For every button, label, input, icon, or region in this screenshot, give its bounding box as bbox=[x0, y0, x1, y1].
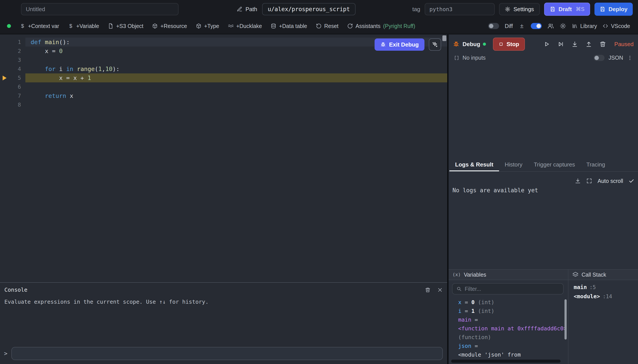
variable-entry[interactable]: <function main at 0xffffadadd6c0> bbox=[458, 324, 564, 333]
variables-horizontal-scrollbar[interactable] bbox=[451, 360, 561, 363]
code-editor[interactable]: 1def main():2 x = 034 for i in range(1,1… bbox=[0, 34, 447, 364]
reset-icon bbox=[316, 23, 322, 29]
vscode-button[interactable]: VScode bbox=[602, 23, 630, 29]
code-line[interactable]: 6 bbox=[0, 82, 447, 91]
toolbar-item-data-table[interactable]: +Data table bbox=[266, 23, 312, 29]
line-number[interactable]: 7 bbox=[0, 93, 21, 99]
line-number[interactable]: 1 bbox=[0, 39, 21, 45]
toolbar-item-assistants[interactable]: Assistants (Pyright Ruff) bbox=[343, 23, 420, 29]
gear-icon[interactable] bbox=[560, 23, 566, 29]
line-number[interactable]: 5 bbox=[0, 75, 21, 81]
file-icon bbox=[108, 23, 114, 29]
toolbar-item-label: +Ducklake bbox=[236, 23, 262, 29]
diff-toggle[interactable] bbox=[488, 23, 499, 29]
variable-entry[interactable]: main = bbox=[458, 316, 564, 324]
tag-input[interactable] bbox=[425, 3, 495, 15]
no-inputs-label: No inputs bbox=[463, 54, 486, 61]
step-into-icon[interactable] bbox=[571, 41, 578, 48]
toolbar-items: $+Context var$+Variable+S3 Object+Resour… bbox=[15, 23, 420, 29]
code-line[interactable]: 3 bbox=[0, 56, 447, 64]
trash-icon[interactable] bbox=[425, 287, 431, 293]
deploy-button[interactable]: Deploy bbox=[594, 2, 633, 16]
secondary-toggle[interactable] bbox=[531, 23, 542, 29]
line-number[interactable]: 2 bbox=[0, 48, 21, 54]
debug-toolbar: Debug Stop Paused bbox=[449, 37, 638, 51]
tab-trigger-captures[interactable]: Trigger captures bbox=[528, 158, 581, 171]
variable-entry[interactable]: x = 0 (int) bbox=[458, 298, 564, 307]
continue-play-icon[interactable] bbox=[543, 41, 550, 48]
line-number[interactable]: 4 bbox=[0, 66, 21, 72]
variable-entry[interactable]: <module 'json' from bbox=[458, 350, 564, 359]
no-inputs-icon bbox=[454, 55, 460, 61]
variable-entry[interactable]: (function) bbox=[458, 333, 564, 342]
toolbar-item-ducklake[interactable]: +Ducklake bbox=[224, 23, 266, 29]
variable-entry[interactable]: json = bbox=[458, 342, 564, 350]
tab-tracing[interactable]: Tracing bbox=[581, 158, 611, 171]
tab-history[interactable]: History bbox=[499, 158, 528, 171]
script-title-input[interactable] bbox=[21, 3, 178, 15]
toolbar-item-label: +Context var bbox=[28, 23, 59, 29]
variable-entry[interactable]: i = 1 (int) bbox=[458, 307, 564, 316]
debug-active-dot-icon bbox=[483, 42, 486, 46]
toolbar-item-label: Reset bbox=[324, 23, 338, 29]
dollar-icon: $ bbox=[68, 23, 74, 29]
edit-path-button[interactable]: Path bbox=[232, 3, 262, 15]
code-line[interactable]: 8 bbox=[0, 100, 447, 109]
diff-plusminus-icon[interactable]: ± bbox=[519, 23, 525, 29]
variables-list: x = 0 (int)i = 1 (int)main =<function ma… bbox=[449, 298, 564, 359]
line-highlight-band bbox=[25, 56, 447, 64]
settings-button[interactable]: Settings bbox=[499, 3, 540, 15]
console-hint: Evaluate expressions in the current scop… bbox=[0, 299, 447, 305]
exit-debug-button[interactable]: Exit Debug bbox=[375, 38, 424, 51]
download-logs-icon[interactable] bbox=[575, 178, 581, 184]
package-icon bbox=[196, 23, 201, 29]
vscode-label: VScode bbox=[611, 23, 630, 29]
code-line[interactable]: 4 for i in range(1,10): bbox=[0, 64, 447, 74]
console-input-row: > bbox=[0, 347, 443, 360]
step-out-icon[interactable] bbox=[585, 41, 592, 48]
tab-logs-result[interactable]: Logs & Result bbox=[449, 158, 499, 171]
callstack-frame[interactable]: <module>:14 bbox=[574, 292, 638, 301]
draft-button-label: Draft bbox=[559, 6, 572, 13]
kebab-menu-icon[interactable] bbox=[627, 55, 633, 61]
toolbar-item-s3-object[interactable]: +S3 Object bbox=[103, 23, 148, 29]
search-icon bbox=[456, 286, 462, 292]
code-line-content: x = 0 bbox=[21, 48, 63, 54]
draft-button[interactable]: Draft ⌘S bbox=[544, 2, 590, 16]
variables-filter-input[interactable] bbox=[465, 286, 559, 292]
library-button[interactable]: Library bbox=[572, 23, 597, 29]
json-toggle[interactable] bbox=[594, 55, 604, 61]
debug-bottom-panels: (x) Variables Call Stack x = 0 (int)i = … bbox=[449, 269, 638, 364]
line-number[interactable]: 8 bbox=[0, 102, 21, 108]
assistants-icon bbox=[347, 23, 353, 29]
close-icon[interactable] bbox=[437, 287, 443, 293]
code-line[interactable]: 5 x = x + 1 bbox=[0, 74, 447, 82]
settings-gear-icon bbox=[505, 6, 510, 12]
users-icon[interactable] bbox=[547, 23, 554, 29]
expand-icon[interactable] bbox=[586, 178, 592, 184]
toolbar-item-reset[interactable]: Reset bbox=[312, 23, 343, 29]
draft-save-icon bbox=[550, 6, 555, 12]
status-dot-icon bbox=[7, 24, 11, 28]
callstack-frame[interactable]: main:5 bbox=[574, 283, 638, 292]
toolbar-item-context-var[interactable]: $+Context var bbox=[15, 23, 64, 29]
logs-toolbar: Auto scroll bbox=[575, 176, 634, 186]
ai-wand-button[interactable] bbox=[429, 38, 441, 51]
toolbar-item-variable[interactable]: $+Variable bbox=[64, 23, 103, 29]
editor-scrollbar[interactable] bbox=[443, 36, 446, 41]
autoscroll-label: Auto scroll bbox=[597, 178, 623, 184]
line-number[interactable]: 6 bbox=[0, 84, 21, 90]
line-number[interactable]: 3 bbox=[0, 57, 21, 63]
debug-trash-icon[interactable] bbox=[599, 41, 606, 48]
toolbar-item-type[interactable]: +Type bbox=[191, 23, 224, 29]
frame-line-number: :5 bbox=[589, 284, 596, 290]
variables-vertical-scrollbar[interactable] bbox=[564, 299, 567, 340]
console-input[interactable] bbox=[11, 347, 443, 360]
check-icon[interactable] bbox=[628, 178, 634, 184]
variables-header: (x) Variables bbox=[449, 270, 568, 280]
code-line[interactable]: 7 return x bbox=[0, 91, 447, 100]
stop-button[interactable]: Stop bbox=[493, 38, 525, 51]
toolbar-item-resource[interactable]: +Resource bbox=[148, 23, 191, 29]
step-over-icon[interactable] bbox=[557, 41, 564, 48]
script-path-value[interactable]: u/alex/prosperous_script bbox=[262, 3, 356, 15]
